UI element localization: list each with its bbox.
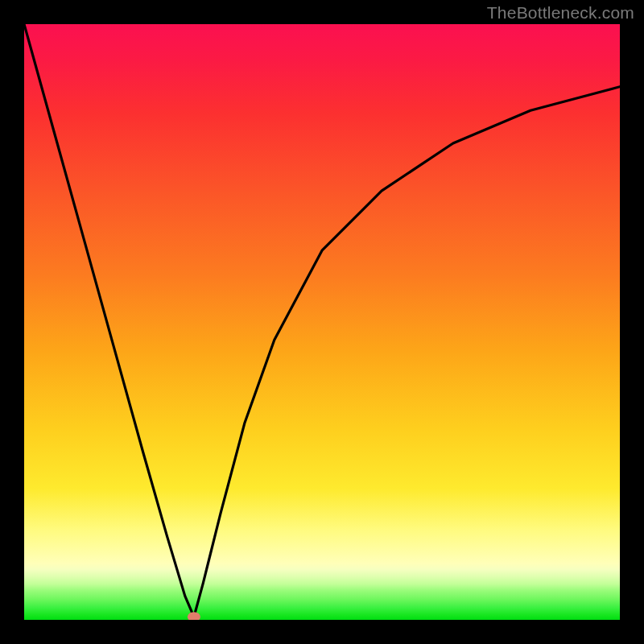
gradient-plot-area: [24, 24, 620, 620]
attribution-watermark: TheBottleneck.com: [487, 3, 634, 23]
curve-right-branch: [194, 87, 620, 617]
bottleneck-curve: [24, 24, 620, 620]
chart-frame: TheBottleneck.com: [0, 0, 644, 644]
minimum-marker: [188, 612, 200, 620]
curve-left-branch: [24, 24, 194, 617]
